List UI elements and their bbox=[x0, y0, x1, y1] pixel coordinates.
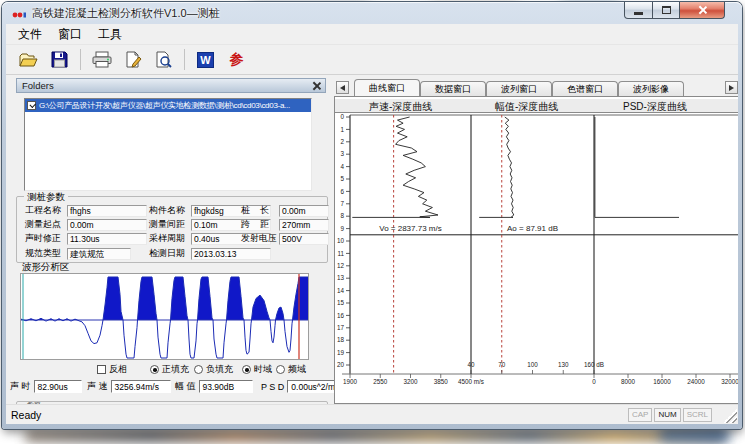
right-arrow-icon bbox=[729, 85, 734, 91]
freq-domain-label: 频域 bbox=[288, 363, 306, 376]
depth-tick-label: 16 bbox=[337, 312, 345, 319]
param-field[interactable]: 2013.03.13 bbox=[191, 248, 271, 260]
x-tick-label: 8000 bbox=[621, 378, 636, 385]
param-label: 检测日期 bbox=[149, 247, 191, 260]
folder-checkbox[interactable] bbox=[27, 101, 36, 110]
readouts: 声 时82.90us 声 速3256.94m/s 幅 值93.90dB P S … bbox=[8, 380, 338, 395]
resize-grip[interactable] bbox=[723, 409, 737, 423]
folders-pane-caption[interactable]: Folders bbox=[16, 78, 326, 93]
page-pen-icon bbox=[124, 51, 142, 68]
profile-curve bbox=[595, 117, 679, 217]
num-lock-indicator: NUM bbox=[654, 408, 680, 422]
x-tick-label: 100 bbox=[527, 361, 538, 368]
close-button[interactable] bbox=[680, 2, 725, 19]
word-export-button[interactable]: W bbox=[190, 47, 221, 72]
folder-path: G:\公司产品设计开发\超声仪器\超声仪实地检测数据\测桩\cd\cd03\cd… bbox=[39, 100, 290, 111]
param-field[interactable]: 500V bbox=[279, 233, 329, 245]
tab-curve-window[interactable]: 曲线窗口 bbox=[354, 79, 420, 96]
folders-close-icon[interactable] bbox=[312, 82, 320, 90]
tab-strip: 曲线窗口 数据窗口 波列窗口 色谱窗口 波列影像 bbox=[334, 79, 738, 96]
parameters-icon: 参 bbox=[230, 51, 244, 69]
x-tick-label: 40 bbox=[467, 361, 475, 368]
depth-tick-label: 10 bbox=[337, 237, 345, 244]
tab-scroll-left-button[interactable] bbox=[336, 81, 349, 94]
minimize-button[interactable] bbox=[624, 2, 653, 19]
param-label: 桩 长 bbox=[241, 204, 279, 217]
param-field[interactable]: 0.00m bbox=[67, 219, 147, 231]
param-label: 规范类型 bbox=[25, 247, 67, 260]
param-field[interactable]: 11.30us bbox=[67, 233, 147, 245]
tab-spectrum-window[interactable]: 色谱窗口 bbox=[552, 81, 618, 96]
fill-negative-radio[interactable] bbox=[194, 365, 203, 374]
param-label: 采样周期 bbox=[149, 232, 191, 245]
folders-pane-title: Folders bbox=[22, 80, 54, 91]
psd-field[interactable]: 0.00us^2/m bbox=[287, 380, 339, 393]
sound-time-field[interactable]: 82.90us bbox=[34, 380, 82, 393]
tab-data-window[interactable]: 数据窗口 bbox=[420, 81, 486, 96]
chart1-title: 声速-深度曲线 bbox=[369, 100, 432, 114]
x-tick-label: 70 bbox=[498, 361, 506, 368]
depth-tick-label: 6 bbox=[340, 188, 344, 195]
invert-checkbox-control[interactable]: 反相 bbox=[97, 363, 127, 376]
menu-file[interactable]: 文件 bbox=[10, 24, 50, 45]
depth-tick-label: 7 bbox=[340, 200, 344, 207]
param-label: 跨 距 bbox=[241, 218, 279, 231]
title-bar[interactable]: 高铁建混凝土检测分析软件V1.0—测桩 bbox=[2, 2, 742, 24]
freq-domain-radio[interactable] bbox=[276, 365, 285, 374]
fill-negative-radio-control[interactable]: 负填充 bbox=[194, 363, 233, 376]
status-bar: Ready CAP NUM SCRL bbox=[6, 404, 738, 424]
word-icon: W bbox=[197, 52, 214, 68]
print-preview-button[interactable] bbox=[148, 47, 179, 72]
open-file-button[interactable] bbox=[13, 47, 44, 72]
chart2-title: 幅值-深度曲线 bbox=[495, 100, 558, 114]
chart-annotation: Vo = 2837.73 m/s bbox=[379, 224, 442, 233]
tab-wavetrain-image[interactable]: 波列影像 bbox=[618, 81, 684, 96]
amplitude-field[interactable]: 93.90dB bbox=[199, 380, 253, 393]
param-field[interactable]: 0.00m bbox=[279, 205, 329, 217]
printer-icon bbox=[92, 51, 112, 68]
x-tick-label: 3850 bbox=[434, 378, 449, 385]
fill-positive-radio[interactable] bbox=[150, 365, 159, 374]
maximize-button[interactable] bbox=[653, 2, 680, 19]
waveform-controls: 反相 正填充 负填充 时域 频域 bbox=[6, 363, 336, 376]
print-button[interactable] bbox=[86, 47, 117, 72]
print-setup-button[interactable] bbox=[117, 47, 148, 72]
depth-tick-label: 18 bbox=[337, 336, 345, 343]
param-field[interactable]: 建筑规范 bbox=[67, 248, 131, 260]
depth-tick-label: 9 bbox=[340, 225, 344, 232]
toolbar: W 参 bbox=[6, 45, 738, 75]
menu-bar: 文件 窗口 工具 bbox=[6, 24, 738, 45]
param-field[interactable]: 270mm bbox=[279, 219, 329, 231]
waveform-box[interactable] bbox=[20, 273, 309, 360]
pile-parameters-group: 测桩参数 工程名称fhghs 构件名称fhgkdsg 桩 长0.00m 测量起点… bbox=[16, 196, 328, 263]
x-tick-label: 0 bbox=[592, 378, 596, 385]
time-domain-radio-control[interactable]: 时域 bbox=[242, 363, 272, 376]
freq-domain-radio-control[interactable]: 频域 bbox=[276, 363, 306, 376]
invert-checkbox[interactable] bbox=[97, 365, 106, 374]
fill-positive-label: 正填充 bbox=[162, 363, 189, 376]
status-message: Ready bbox=[6, 409, 41, 421]
preview-icon bbox=[155, 51, 172, 68]
depth-tick-label: 5 bbox=[340, 175, 344, 182]
tab-wavetrain-window[interactable]: 波列窗口 bbox=[486, 81, 552, 96]
time-domain-radio[interactable] bbox=[242, 365, 251, 374]
depth-tick-label: 11 bbox=[337, 250, 344, 257]
save-button[interactable] bbox=[44, 47, 75, 72]
left-arrow-icon bbox=[340, 85, 345, 91]
background-blur bbox=[25, 430, 725, 442]
param-label: 测量起点 bbox=[25, 218, 67, 231]
toolbar-separator bbox=[80, 49, 81, 70]
folder-list-item[interactable]: G:\公司产品设计开发\超声仪器\超声仪实地检测数据\测桩\cd\cd03\cd… bbox=[25, 99, 311, 112]
menu-window[interactable]: 窗口 bbox=[50, 24, 90, 45]
tab-scroll-right-button[interactable] bbox=[725, 81, 738, 94]
folder-list[interactable]: G:\公司产品设计开发\超声仪器\超声仪实地检测数据\测桩\cd\cd03\cd… bbox=[24, 98, 312, 191]
sound-speed-field[interactable]: 3256.94m/s bbox=[111, 380, 171, 393]
menu-tools[interactable]: 工具 bbox=[90, 24, 130, 45]
depth-tick-label: 12 bbox=[337, 262, 345, 269]
background-blur bbox=[660, 428, 730, 442]
fill-positive-radio-control[interactable]: 正填充 bbox=[150, 363, 189, 376]
parameters-button[interactable]: 参 bbox=[221, 47, 252, 72]
close-icon bbox=[698, 6, 706, 14]
depth-tick-label: 13 bbox=[337, 274, 345, 281]
param-field[interactable]: fhghs bbox=[67, 205, 147, 217]
